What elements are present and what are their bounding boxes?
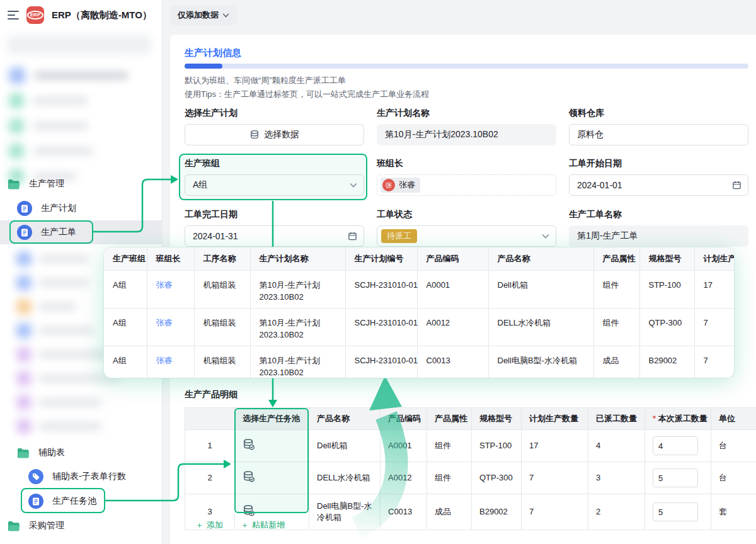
task-pool-popup-table: 生产班组班组长工序名称生产计划名称生产计划编号产品编码产品名称产品属性规格型号计… bbox=[104, 247, 734, 378]
plus-icon: ＋ bbox=[195, 519, 203, 531]
column-header: 生产班组 bbox=[104, 247, 147, 271]
table-cell: A0001 bbox=[417, 271, 488, 309]
leader-chip[interactable]: 张 张睿 bbox=[381, 178, 420, 193]
table-cell: 机箱组装 bbox=[194, 309, 250, 346]
add-row-button[interactable]: ＋添加 bbox=[195, 519, 223, 531]
table-cell: SCJH-231010-01 bbox=[345, 346, 417, 378]
table-cell: Dell机箱 bbox=[309, 430, 381, 462]
sidebar-item-auxiliary-tables[interactable]: 辅助表 bbox=[0, 441, 163, 465]
leader-picker[interactable]: 张 张睿 bbox=[377, 174, 556, 196]
column-header: 产品编码 bbox=[381, 408, 427, 430]
field-label: 生产计划名称 bbox=[377, 108, 556, 119]
database-check-icon[interactable] bbox=[243, 504, 255, 517]
table-cell: 成品 bbox=[427, 494, 472, 530]
add-row-label: 添加 bbox=[207, 519, 223, 531]
table-cell: A0012 bbox=[417, 309, 488, 346]
plan-name-value: 第10月-生产计划2023.10B02 bbox=[385, 129, 498, 140]
description-line: 默认为班组、车间做“周”颗粒度生产派工工单 bbox=[185, 74, 429, 88]
select-data-label: 选择数据 bbox=[264, 129, 299, 140]
column-header: 产品编码 bbox=[417, 247, 488, 271]
erp-window: ERP ERP（离散制造-MTO） 生产管理 生产计划 bbox=[0, 0, 756, 544]
sidebar-item-label: 生产计划 bbox=[41, 203, 76, 214]
table-cell: 第10月-生产计划2023.10B02 bbox=[250, 271, 345, 309]
column-header: 规格型号 bbox=[472, 408, 522, 430]
warehouse-input[interactable]: 原料仓 bbox=[569, 124, 748, 145]
field-warehouse: 领料仓库 原料仓 bbox=[569, 108, 748, 145]
table-cell: 2 bbox=[588, 494, 645, 530]
select-data-button[interactable]: 选择数据 bbox=[185, 124, 364, 145]
tab-production-plan-info[interactable]: 生产计划信息 bbox=[185, 47, 241, 59]
column-header: 产品名称 bbox=[488, 247, 593, 271]
table-cell: 7 bbox=[694, 346, 734, 378]
column-header: 计划生产数量 bbox=[694, 247, 734, 271]
table-cell: 2 bbox=[185, 462, 235, 494]
calendar-icon bbox=[348, 232, 357, 241]
collapse-menu-icon[interactable] bbox=[8, 11, 19, 20]
warehouse-value: 原料仓 bbox=[577, 129, 604, 140]
table-cell: 3 bbox=[588, 462, 645, 494]
detail-table: 选择生产任务池产品名称产品编码产品属性规格型号计划生产数量已派工数量* 本次派工… bbox=[185, 407, 756, 530]
table-cell: A组 bbox=[104, 346, 147, 378]
table-cell: A组 bbox=[104, 271, 147, 309]
folder-icon bbox=[17, 448, 30, 458]
field-plan-name: 生产计划名称 第10月-生产计划2023.10B02 bbox=[377, 108, 556, 145]
dispatch-qty-cell bbox=[645, 462, 711, 494]
database-check-icon[interactable] bbox=[243, 438, 255, 451]
dispatch-qty-input[interactable] bbox=[653, 502, 698, 521]
team-leader-link[interactable]: 张睿 bbox=[147, 271, 194, 309]
column-header: 工序名称 bbox=[194, 247, 250, 271]
blurred-nav-section bbox=[5, 31, 158, 175]
table-cell: A0012 bbox=[381, 462, 427, 494]
status-select[interactable]: 待派工 bbox=[377, 225, 556, 247]
end-date-input[interactable]: 2024-01-31 bbox=[185, 225, 364, 247]
select-task-pool-cell[interactable] bbox=[235, 430, 309, 462]
column-header: * 本次派工数量 bbox=[645, 408, 711, 430]
table-cell: 台 bbox=[711, 462, 756, 494]
avatar: 张 bbox=[382, 179, 395, 191]
end-date-value: 2024-01-31 bbox=[193, 231, 238, 241]
sidebar-item-task-pool[interactable]: 生产任务池 bbox=[0, 489, 163, 513]
folder-icon bbox=[8, 179, 20, 190]
table-cell: SCJH-231010-01 bbox=[345, 271, 417, 309]
select-task-pool-cell[interactable] bbox=[235, 462, 309, 494]
table-cell: 17 bbox=[694, 271, 734, 309]
add-data-mode-button[interactable]: 仅添加数据 bbox=[170, 5, 237, 25]
table-row: 1 Dell机箱A0001组件STP-100174台 bbox=[185, 430, 756, 462]
dispatch-qty-cell bbox=[645, 494, 711, 530]
team-leader-link[interactable]: 张睿 bbox=[147, 309, 194, 346]
document-icon bbox=[17, 201, 32, 216]
table-cell: B29002 bbox=[472, 494, 522, 530]
table-cell: DELL水冷机箱 bbox=[488, 309, 593, 346]
table-cell: 17 bbox=[522, 430, 588, 462]
sidebar-item-label: 生产管理 bbox=[29, 178, 64, 190]
sidebar-item-label: 采购管理 bbox=[29, 520, 64, 531]
field-label: 领料仓库 bbox=[569, 108, 748, 119]
detail-table-title: 生产产品明细 bbox=[185, 389, 238, 400]
sidebar-item-production-plan[interactable]: 生产计划 bbox=[0, 196, 163, 220]
sidebar-item-purchase-management[interactable]: 采购管理 bbox=[0, 514, 163, 538]
start-date-input[interactable]: 2024-01-01 bbox=[569, 174, 748, 196]
sidebar-item-aux-subform-rows[interactable]: 辅助表-子表单行数 bbox=[0, 465, 163, 489]
paste-add-button[interactable]: ＋粘贴新增 bbox=[241, 519, 285, 531]
team-select[interactable]: A组 bbox=[185, 174, 364, 196]
app-title: ERP（离散制造-MTO） bbox=[52, 9, 152, 21]
sidebar-item-production-management[interactable]: 生产管理 bbox=[0, 172, 163, 196]
production-products-table: 选择生产任务池产品名称产品编码产品属性规格型号计划生产数量已派工数量* 本次派工… bbox=[185, 407, 756, 530]
form-description: 默认为班组、车间做“周”颗粒度生产派工工单 使用Tips：生产工单通过标签页，可… bbox=[185, 74, 429, 101]
database-check-icon[interactable] bbox=[243, 470, 255, 483]
sidebar-item-label: 生产任务池 bbox=[52, 496, 96, 507]
app-logo: ERP bbox=[26, 6, 44, 24]
field-leader: 班组长 张 张睿 bbox=[377, 158, 556, 196]
sidebar-header: ERP ERP（离散制造-MTO） bbox=[0, 0, 162, 29]
paste-add-label: 粘贴新增 bbox=[252, 519, 285, 531]
table-cell: STP-100 bbox=[472, 430, 522, 462]
dispatch-qty-input[interactable] bbox=[653, 436, 698, 455]
sidebar-item-production-workorder[interactable]: 生产工单 bbox=[0, 220, 163, 244]
description-line: 使用Tips：生产工单通过标签页，可以一站式完成生产工单业务流程 bbox=[185, 88, 429, 101]
chevron-down-icon bbox=[350, 183, 357, 188]
table-cell: 套 bbox=[711, 494, 756, 530]
document-icon bbox=[28, 494, 43, 509]
dispatch-qty-input[interactable] bbox=[653, 468, 698, 487]
column-header: 生产计划编号 bbox=[345, 247, 417, 271]
team-leader-link[interactable]: 张睿 bbox=[147, 346, 194, 378]
